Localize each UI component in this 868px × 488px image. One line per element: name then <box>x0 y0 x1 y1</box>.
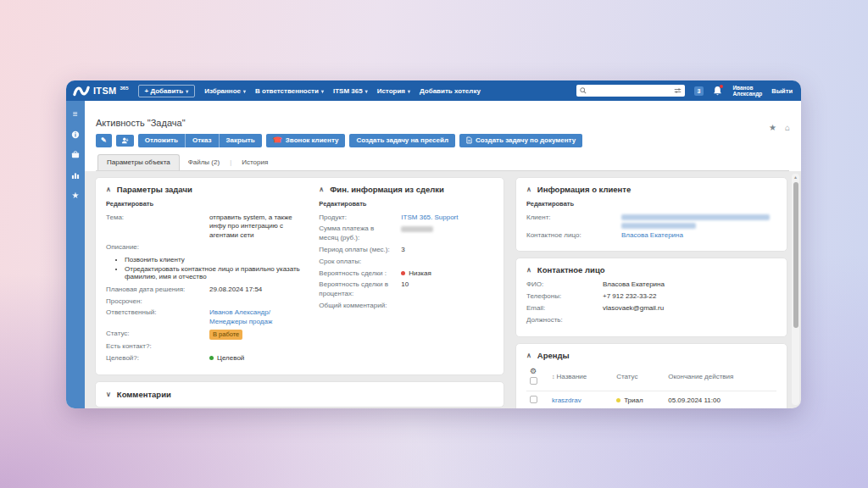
task-params-header[interactable]: ∧ Параметры задачи <box>106 185 307 194</box>
table-row: kraszdrav Триал 05.09.2024 11:00 <box>526 391 776 408</box>
nav-favorites[interactable]: Избранное ▾ <box>204 87 246 95</box>
nav-itsm365-label: ITSM 365 <box>333 87 363 95</box>
pencil-icon: ✎ <box>101 136 107 145</box>
theme-label: Тема: <box>106 214 209 241</box>
create-task-by-document-button[interactable]: Создать задачу по документу <box>459 134 582 147</box>
chevron-up-icon: ∧ <box>526 352 531 359</box>
field-phones: Телефоны: +7 912 232-33-22 <box>526 292 776 302</box>
comments-section-header[interactable]: ∨ Комментарии <box>106 390 493 399</box>
theme-value: отправить system, а также инфу про интег… <box>209 214 307 241</box>
logout-button[interactable]: Выйти <box>771 87 793 95</box>
rent-name-link[interactable]: kraszdrav <box>552 396 581 404</box>
client-info-header[interactable]: ∧ Информация о клиенте <box>526 185 776 194</box>
call-client-label: Звонок клиенту <box>286 136 339 145</box>
tab-object-params[interactable]: Параметры объекта <box>97 154 180 170</box>
payment-due-label: Срок оплаты: <box>319 258 401 267</box>
home-icon[interactable]: ⌂ <box>785 123 790 132</box>
field-overdue: Просрочен: <box>106 297 307 307</box>
client-info-card: ∧ Информация о клиенте Редактировать Кли… <box>515 177 787 252</box>
responsible-link[interactable]: Иванов Александр/Менеджеры продаж <box>209 308 307 327</box>
info-icon[interactable] <box>71 130 80 139</box>
nav-add-label: + Добавить <box>145 87 184 95</box>
document-icon <box>466 136 472 144</box>
field-product: Продукт: ITSM 365. Support <box>319 214 493 223</box>
field-target: Целевой?: Целевой <box>106 354 307 363</box>
chevron-up-icon: ∧ <box>106 186 111 193</box>
create-task-by-document-label: Создать задачу по документу <box>476 136 576 145</box>
bar-chart-icon[interactable] <box>71 170 80 180</box>
right-column: ∧ Информация о клиенте Редактировать Кли… <box>515 177 787 408</box>
bell-icon[interactable] <box>713 86 723 96</box>
red-dot-icon <box>401 271 405 275</box>
client-info-title: Информация о клиенте <box>537 185 631 194</box>
description-item: Отредактировать контактное лицо и правил… <box>125 265 307 280</box>
deal-probability-pct-value: 10 <box>401 280 409 299</box>
logo-sup: 365 <box>120 86 128 91</box>
target-label: Целевой?: <box>106 354 209 363</box>
task-edit-link[interactable]: Редактировать <box>106 200 153 208</box>
payment-period-label: Период оплаты (мес.): <box>319 246 401 255</box>
description-item: Позвонить клиенту <box>125 256 307 263</box>
deal-probability-value: Низкая <box>401 269 431 279</box>
star-icon[interactable]: ★ <box>72 191 80 200</box>
description-list: Позвонить клиенту Отредактировать контак… <box>125 256 307 280</box>
nav-add-wish[interactable]: Добавить хотелку <box>420 87 481 95</box>
select-all-checkbox[interactable] <box>530 377 537 385</box>
col-header-name[interactable]: ↕Название <box>548 365 613 391</box>
assign-person-button[interactable] <box>116 135 134 147</box>
client-edit-link[interactable]: Редактировать <box>526 200 574 208</box>
call-client-button[interactable]: ☎ Звонок клиенту <box>266 134 346 147</box>
client-redacted-value <box>621 214 770 229</box>
task-params-section: ∧ Параметры задачи Редактировать Тема: о… <box>106 185 319 366</box>
nav-history-label: История <box>377 87 405 95</box>
briefcase-icon[interactable] <box>71 150 80 159</box>
favorite-star-icon[interactable]: ★ <box>769 123 776 132</box>
nav-itsm365[interactable]: ITSM 365 ▾ <box>333 87 368 95</box>
notification-count-badge[interactable]: 3 <box>694 86 704 96</box>
nav-add-menu[interactable]: + Добавить ▾ <box>138 85 196 97</box>
col-header-end[interactable]: Окончание действия <box>665 365 776 391</box>
field-general-comment: Общий комментарий: <box>319 302 493 311</box>
search-input[interactable] <box>589 87 671 95</box>
product-link[interactable]: ITSM 365. Support <box>401 214 458 223</box>
page-title: Активность "Задача" <box>96 118 789 128</box>
row-checkbox[interactable] <box>530 396 537 403</box>
create-presale-task-button[interactable]: Создать задачу на пресейл <box>349 134 455 147</box>
fin-info-header[interactable]: ∧ Фин. информация из сделки <box>319 185 493 194</box>
field-payment-period: Период оплаты (мес.): 3 <box>319 246 493 255</box>
rents-header[interactable]: ∧ Аренды <box>526 351 776 360</box>
search-filter-icon[interactable] <box>674 87 682 94</box>
fio-label: ФИО: <box>526 280 603 290</box>
reject-button[interactable]: Отказ <box>186 134 220 147</box>
contact-person-link[interactable]: Власова Екатерина <box>621 231 683 241</box>
chevron-up-icon: ∧ <box>526 186 531 193</box>
menu-icon[interactable]: ≡ <box>73 109 78 119</box>
field-contact-person: Контактное лицо: Власова Екатерина <box>526 231 776 241</box>
edit-button[interactable]: ✎ <box>96 134 112 147</box>
field-client: Клиент: <box>526 214 776 229</box>
fin-edit-link[interactable]: Редактировать <box>319 200 366 208</box>
fin-info-title: Фин. информация из сделки <box>330 185 444 194</box>
tab-history[interactable]: История <box>233 155 276 170</box>
nav-history[interactable]: История ▾ <box>377 87 410 95</box>
tab-files[interactable]: Файлы (2) <box>180 155 228 170</box>
fin-info-section: ∧ Фин. информация из сделки Редактироват… <box>319 185 493 366</box>
scrollbar-up-arrow[interactable]: ▲ <box>792 175 799 180</box>
close-task-button[interactable]: Закрыть <box>220 134 262 147</box>
user-menu[interactable]: Иванов Александр <box>732 85 762 97</box>
email-value: vlasovaek@gmail.ru <box>603 304 664 313</box>
field-email: Email: vlasovaek@gmail.ru <box>526 304 776 313</box>
table-settings-gear-icon[interactable]: ⚙ <box>530 368 545 375</box>
field-deal-probability: Вероятность сделки : Низкая <box>319 269 493 279</box>
field-payment-due: Срок оплаты: <box>319 258 493 267</box>
nav-responsibility[interactable]: В ответственности ▾ <box>255 87 324 95</box>
scrollbar-thumb[interactable] <box>793 182 798 328</box>
app-logo[interactable]: ITSM 365 <box>73 86 129 97</box>
yellow-dot-icon <box>616 398 620 402</box>
col-header-status[interactable]: Статус <box>613 365 665 391</box>
left-sidebar: ≡ ★ <box>66 101 85 408</box>
bell-alert-dot <box>720 85 723 88</box>
nav-add-wish-label: Добавить хотелку <box>420 87 481 95</box>
contact-person-header[interactable]: ∧ Контактное лицо <box>526 265 776 274</box>
postpone-button[interactable]: Отложить <box>138 134 186 147</box>
